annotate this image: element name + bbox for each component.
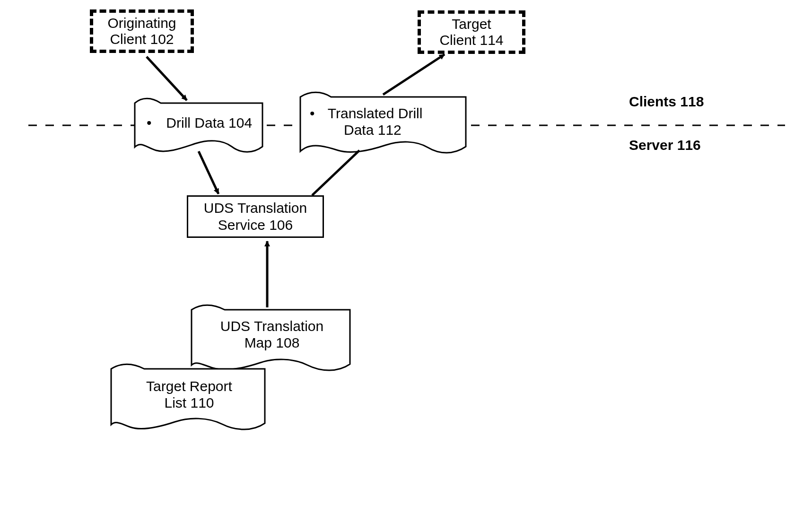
uds-map-line1: UDS Translation [199, 318, 345, 335]
originating-client-box: Originating Client 102 [90, 9, 194, 53]
translated-drill-bullet: • [310, 105, 324, 122]
target-report-line2: List 110 [123, 395, 255, 411]
target-client-line1: Target [427, 16, 516, 33]
arrow-drill-to-service [199, 151, 218, 194]
target-client-line2: Client 114 [427, 32, 516, 49]
arrow-service-to-translated [312, 150, 359, 195]
originating-client-line2: Client 102 [99, 31, 185, 48]
uds-translation-service-box: UDS Translation Service 106 [187, 195, 324, 238]
translated-drill-line1: Translated Drill [328, 105, 423, 121]
diagram-svg [0, 0, 812, 506]
translated-drill-data-shape [300, 92, 466, 153]
drill-data-label: • Drill Data 104 [147, 115, 260, 131]
arrow-originating-to-drill [147, 57, 187, 100]
originating-client-line1: Originating [99, 15, 185, 32]
server-region-label: Server 116 [629, 137, 701, 153]
uds-service-line2: Service 106 [196, 217, 315, 234]
translated-drill-data-label: • Translated Drill Data 112 [310, 105, 461, 138]
target-report-list-label: Target Report List 110 [123, 378, 255, 411]
drill-data-text: Drill Data 104 [166, 115, 252, 131]
translated-drill-line2: Data 112 [310, 122, 461, 139]
uds-map-shape [192, 305, 350, 370]
diagram-canvas: Originating Client 102 Target Client 114… [0, 0, 812, 506]
uds-map-line2: Map 108 [199, 335, 345, 351]
target-client-box: Target Client 114 [418, 10, 525, 54]
drill-data-shape [135, 98, 262, 152]
arrow-translated-to-target [383, 54, 445, 95]
drill-data-bullet: • [147, 115, 162, 131]
clients-region-label: Clients 118 [629, 94, 704, 110]
uds-service-line1: UDS Translation [196, 200, 315, 217]
target-report-line1: Target Report [123, 378, 255, 395]
uds-map-label: UDS Translation Map 108 [199, 318, 345, 351]
target-report-list-shape [111, 364, 265, 429]
